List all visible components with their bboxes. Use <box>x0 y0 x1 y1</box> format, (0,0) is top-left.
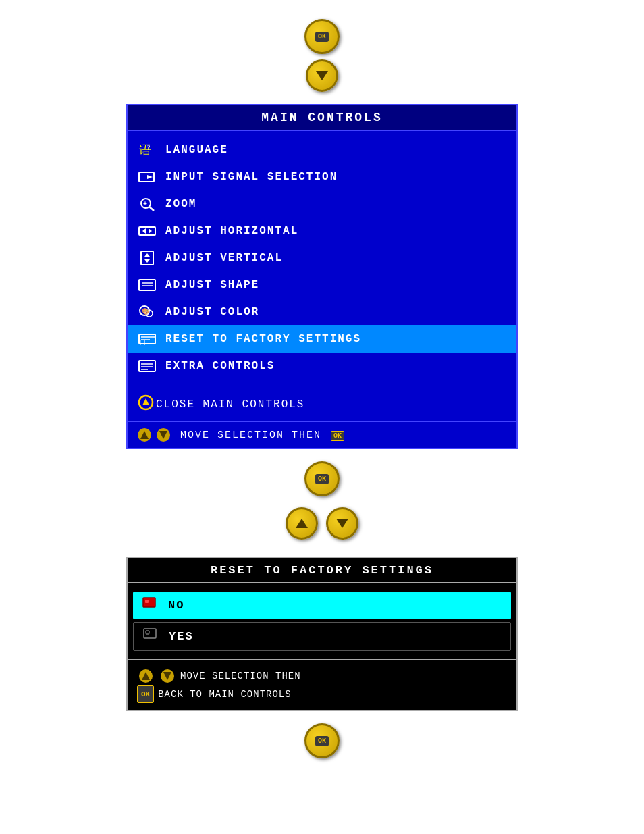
adjust-shape-label: ADJUST SHAPE <box>165 279 259 291</box>
close-main-controls-item[interactable]: CLOSE MAIN CONTROLS <box>128 388 516 421</box>
reset-footer-line2: BACK TO MAIN CONTROLS <box>158 685 291 704</box>
svg-line-5 <box>149 207 154 211</box>
footer-icons <box>136 427 172 442</box>
svg-marker-3 <box>147 175 153 179</box>
up-arrow-icon <box>296 519 308 528</box>
adjust-vert-label: ADJUST VERTICAL <box>165 252 283 264</box>
main-controls-title: MAIN CONTROLS <box>128 105 516 131</box>
svg-text:?: ? <box>147 144 151 151</box>
no-label: NO <box>168 599 184 612</box>
menu-item-adjust-shape[interactable]: ADJUST SHAPE <box>128 271 516 298</box>
menu-item-extra-controls[interactable]: EXTRA CONTROLS <box>128 353 516 380</box>
middle-down-arrow-button[interactable] <box>326 507 358 540</box>
bottom-ok-label: OK <box>315 736 329 746</box>
language-icon: 语 ? <box>136 140 160 159</box>
svg-text:+: + <box>143 201 149 208</box>
middle-ok-button[interactable]: OK <box>304 461 340 496</box>
top-ok-button[interactable]: OK <box>304 19 340 54</box>
reset-factory-icon: |||| <box>136 330 160 348</box>
reset-option-no[interactable]: NO <box>133 592 511 619</box>
footer-move-label: MOVE SELECTION THEN <box>180 429 321 441</box>
adjust-color-icon: 🎨 <box>136 303 160 321</box>
menu-item-adjust-color[interactable]: 🎨 ADJUST COLOR <box>128 298 516 325</box>
adjust-horiz-icon <box>136 221 160 240</box>
menu-item-adjust-horiz[interactable]: ADJUST HORIZONTAL <box>128 217 516 244</box>
svg-marker-8 <box>142 228 146 234</box>
reset-footer-row2: OK BACK TO MAIN CONTROLS <box>137 685 507 704</box>
svg-rect-33 <box>143 598 155 607</box>
middle-arrow-buttons <box>286 507 358 540</box>
svg-text:||||: |||| <box>139 340 156 345</box>
reset-panel-footer: MOVE SELECTION THEN OK BACK TO MAIN CONT… <box>128 659 516 710</box>
menu-item-adjust-vert[interactable]: ADJUST VERTICAL <box>128 244 516 271</box>
svg-text:🎨: 🎨 <box>142 307 151 315</box>
svg-rect-13 <box>139 280 155 290</box>
extra-controls-label: EXTRA CONTROLS <box>165 360 275 372</box>
input-signal-icon <box>136 167 160 186</box>
footer-tri-down-icon <box>159 669 176 683</box>
adjust-vert-icon <box>136 249 160 267</box>
reset-option-yes[interactable]: YES <box>133 622 511 651</box>
zoom-icon: + <box>136 194 160 213</box>
extra-controls-icon <box>136 357 160 375</box>
down-arrow-icon <box>316 71 328 80</box>
top-down-arrow-button[interactable] <box>306 59 338 92</box>
reset-panel: RESET TO FACTORY SETTINGS NO <box>126 557 518 711</box>
down-arrow-icon-2 <box>336 519 348 528</box>
footer-tri-up-icon <box>137 669 155 683</box>
menu-item-zoom[interactable]: + ZOOM <box>128 190 516 217</box>
input-signal-label: INPUT SIGNAL SELECTION <box>165 171 338 183</box>
main-controls-footer: MOVE SELECTION THEN OK <box>128 421 516 448</box>
yes-label: YES <box>169 630 194 643</box>
adjust-horiz-label: ADJUST HORIZONTAL <box>165 225 298 237</box>
menu-item-language[interactable]: 语 ? LANGUAGE <box>128 136 516 163</box>
main-controls-items: 语 ? LANGUAGE INPUT SIGNAL SELECTION <box>128 131 516 385</box>
menu-item-reset-factory[interactable]: |||| RESET TO FACTORY SETTINGS <box>128 325 516 353</box>
middle-ok-label: OK <box>315 474 329 484</box>
top-ok-label: OK <box>315 32 329 42</box>
reset-footer-row1: MOVE SELECTION THEN <box>137 667 507 685</box>
reset-panel-title: RESET TO FACTORY SETTINGS <box>128 558 516 583</box>
bottom-ok-button[interactable]: OK <box>304 723 340 758</box>
footer-ok-badge-2: OK <box>137 685 154 704</box>
language-label: LANGUAGE <box>165 144 228 156</box>
reset-factory-label: RESET TO FACTORY SETTINGS <box>165 333 361 345</box>
reset-panel-items: NO YES <box>128 583 516 659</box>
adjust-color-label: ADJUST COLOR <box>165 306 259 318</box>
middle-up-arrow-button[interactable] <box>286 507 318 540</box>
zoom-label: ZOOM <box>165 198 196 210</box>
yes-icon <box>143 628 163 645</box>
svg-rect-34 <box>145 600 149 603</box>
close-main-controls-label: CLOSE MAIN CONTROLS <box>156 398 304 411</box>
svg-rect-7 <box>139 227 155 235</box>
svg-marker-12 <box>144 259 150 263</box>
menu-item-input-signal[interactable]: INPUT SIGNAL SELECTION <box>128 163 516 190</box>
svg-marker-11 <box>144 253 150 257</box>
svg-marker-28 <box>142 398 149 405</box>
footer-ok-badge: OK <box>331 429 344 441</box>
adjust-shape-icon <box>136 276 160 294</box>
close-icon <box>136 393 156 415</box>
svg-marker-9 <box>149 228 152 234</box>
no-icon <box>142 597 163 614</box>
page-container: OK MAIN CONTROLS 语 ? LANGUAGE <box>119 14 525 775</box>
main-controls-panel: MAIN CONTROLS 语 ? LANGUAGE <box>126 104 518 449</box>
reset-footer-line1: MOVE SELECTION THEN <box>180 667 301 685</box>
svg-rect-36 <box>146 631 149 634</box>
